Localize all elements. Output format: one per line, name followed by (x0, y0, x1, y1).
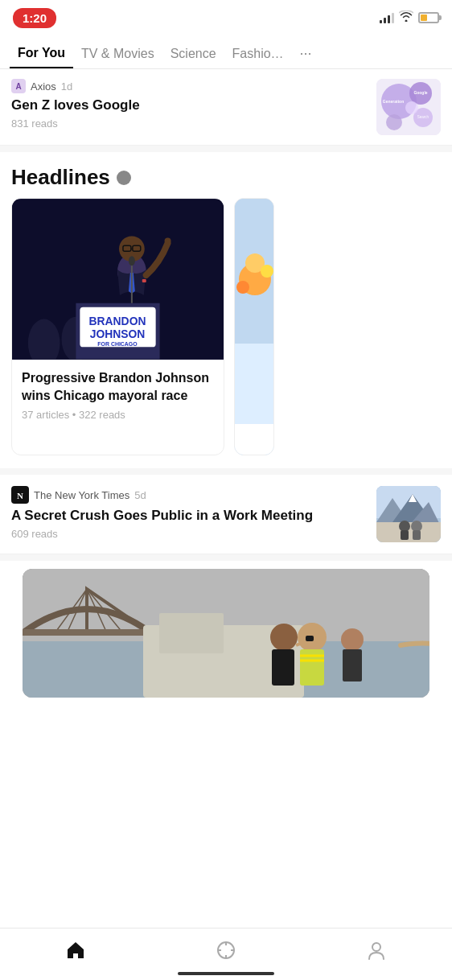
tab-science[interactable]: Science (162, 40, 224, 68)
headline-card-title-brandon: Progressive Brandon Johnson wins Chicago… (22, 369, 214, 404)
headlines-scroll[interactable]: BRANDON JOHNSON FOR CHICAGO (0, 198, 452, 468)
axios-article-text: A Axios 1d Gen Z loves Google 831 reads (11, 79, 367, 130)
svg-point-23 (165, 237, 171, 244)
discover-icon (216, 940, 236, 961)
harry-meghan-article[interactable] (23, 569, 429, 698)
svg-point-70 (372, 943, 380, 951)
svg-text:Search: Search (417, 115, 429, 119)
svg-text:Google: Google (413, 90, 427, 95)
divider-3 (0, 554, 452, 561)
tab-tv-movies[interactable]: TV & Movies (73, 40, 162, 68)
axios-article-title: Gen Z loves Google (11, 97, 367, 114)
nyt-source-time: 5d (134, 489, 146, 501)
headlines-header: Headlines (0, 152, 452, 198)
nyt-article-reads: 609 reads (11, 528, 367, 540)
headline-card-meta-brandon: 37 articles • 322 reads (22, 409, 214, 421)
nyt-icon: N (11, 486, 29, 504)
svg-point-58 (270, 624, 298, 651)
svg-rect-59 (272, 649, 294, 686)
svg-point-31 (261, 265, 273, 278)
home-icon (65, 940, 86, 961)
svg-text:JOHNSON: JOHNSON (90, 327, 146, 340)
axios-icon: A (11, 79, 26, 93)
harry-meghan-image (23, 569, 429, 698)
profile-icon (366, 940, 387, 961)
battery-icon (418, 12, 439, 23)
tab-more-button[interactable]: ··· (292, 39, 320, 68)
divider (0, 146, 452, 152)
svg-rect-26 (142, 279, 146, 282)
large-article-wrapper[interactable] (0, 561, 452, 789)
axios-source-name: Axios (31, 80, 56, 93)
status-bar: 1:20 (0, 0, 452, 35)
headlines-title: Headlines (11, 165, 110, 190)
svg-point-4 (386, 114, 402, 130)
svg-rect-60 (306, 636, 314, 641)
svg-point-5 (405, 101, 418, 114)
nyt-source-name: The New York Times (34, 489, 129, 501)
svg-point-61 (341, 628, 364, 651)
headline-card-partial[interactable] (234, 198, 274, 455)
brandon-johnson-image: BRANDON JOHNSON FOR CHICAGO (12, 199, 224, 360)
nyt-source: N The New York Times 5d (11, 486, 367, 504)
status-time: 1:20 (13, 8, 56, 28)
bottom-nav-profile[interactable] (350, 937, 403, 964)
svg-rect-46 (413, 530, 421, 540)
svg-text:N: N (17, 491, 23, 500)
tab-for-you[interactable]: For You (10, 39, 73, 68)
svg-rect-55 (159, 613, 224, 653)
svg-text:BRANDON: BRANDON (89, 315, 146, 327)
svg-text:FOR CHICAGO: FOR CHICAGO (97, 341, 138, 347)
svg-point-44 (411, 521, 422, 532)
headlines-dot (117, 171, 131, 185)
svg-rect-33 (235, 424, 274, 455)
content-area: A Axios 1d Gen Z loves Google 831 reads … (0, 69, 452, 789)
signal-icon (380, 12, 394, 23)
axios-source-time: 1d (61, 80, 72, 93)
divider-2 (0, 468, 452, 475)
status-icons (380, 10, 439, 25)
axios-article-thumb: Generation Google Search (376, 79, 441, 135)
axios-article[interactable]: A Axios 1d Gen Z loves Google 831 reads … (0, 69, 452, 146)
bottom-nav-home[interactable] (49, 937, 102, 964)
nyt-article-text: N The New York Times 5d A Secret Crush G… (11, 486, 367, 540)
nav-tabs: For You TV & Movies Science Fashio… ··· (0, 35, 452, 69)
svg-point-25 (129, 256, 135, 266)
nyt-article-title: A Secret Crush Goes Public in a Work Mee… (11, 507, 367, 525)
svg-point-30 (236, 281, 249, 294)
axios-source: A Axios 1d (11, 79, 367, 93)
headline-card-brandon-johnson[interactable]: BRANDON JOHNSON FOR CHICAGO (11, 198, 224, 455)
svg-text:Generation: Generation (383, 99, 404, 104)
axios-article-reads: 831 reads (11, 117, 367, 130)
headline-card-body-brandon: Progressive Brandon Johnson wins Chicago… (12, 360, 224, 430)
svg-rect-62 (343, 649, 362, 681)
svg-rect-45 (401, 530, 409, 540)
home-indicator (178, 972, 274, 975)
nyt-article-thumb (376, 486, 441, 542)
svg-point-43 (399, 521, 410, 532)
nyt-article[interactable]: N The New York Times 5d A Secret Crush G… (0, 475, 452, 554)
tab-fashion[interactable]: Fashio… (224, 40, 292, 68)
bottom-nav-discover[interactable] (199, 937, 253, 964)
wifi-icon (399, 10, 413, 25)
